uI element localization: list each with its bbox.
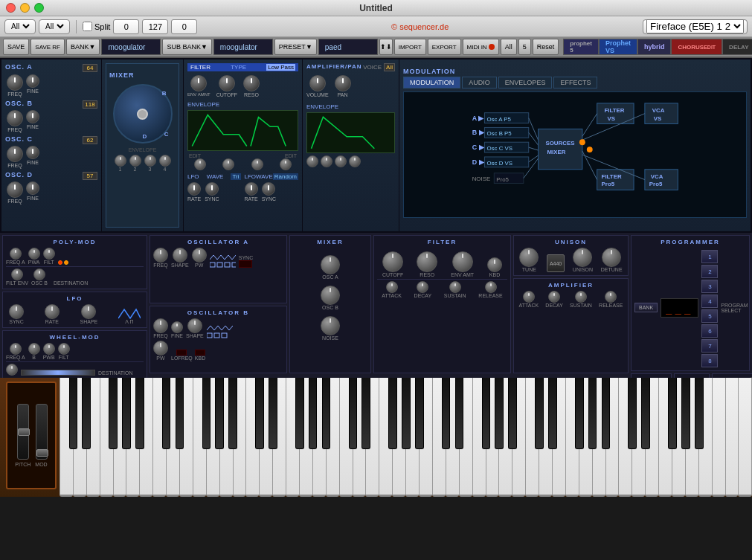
osc-a-freq-knob[interactable] xyxy=(7,74,23,91)
filter-env-amt-lower[interactable] xyxy=(452,251,473,272)
black-key[interactable] xyxy=(135,378,144,449)
prog-btn-5[interactable]: 5 xyxy=(701,309,718,323)
aenv-k4[interactable] xyxy=(349,155,361,167)
mixer-k3[interactable] xyxy=(144,155,156,167)
osc-b-lofreq-btn[interactable] xyxy=(176,350,187,355)
preset-right-dropdown[interactable]: All xyxy=(42,22,66,31)
mixer-osc-a-knob[interactable] xyxy=(321,255,340,274)
detune-knob[interactable] xyxy=(602,248,621,267)
filter-kbd-lower[interactable] xyxy=(487,257,502,272)
fenv-k3[interactable] xyxy=(251,158,263,170)
wheel-slider[interactable] xyxy=(21,370,95,376)
filter-cutoff-knob[interactable] xyxy=(219,75,235,91)
save-rf-button[interactable]: SAVE RF xyxy=(30,39,65,55)
black-key[interactable] xyxy=(215,378,224,449)
bank-button[interactable]: BANK ▼ xyxy=(66,39,100,55)
filter-cutoff-lower[interactable] xyxy=(382,251,403,272)
mixer-osc-b-knob[interactable] xyxy=(321,286,340,305)
wheel-filt-knob[interactable] xyxy=(58,343,70,355)
filter-reso-lower[interactable] xyxy=(417,251,437,272)
maximize-button[interactable] xyxy=(34,3,44,13)
mod-tab-audio[interactable]: AUDIO xyxy=(462,77,497,88)
preset-button[interactable]: PRESET ▼ xyxy=(274,39,317,55)
fenv-k1[interactable] xyxy=(194,158,206,170)
poly-pwa-knob[interactable] xyxy=(28,248,40,260)
mod-slider-thumb[interactable] xyxy=(36,449,48,457)
mixer-k4[interactable] xyxy=(159,155,171,167)
osc-a-lower-freq[interactable] xyxy=(153,248,168,263)
mod-tab-modulation[interactable]: MODULATION xyxy=(403,77,460,88)
osc-a-fine-knob[interactable] xyxy=(26,74,39,88)
osc-b-lower-pw[interactable] xyxy=(153,341,168,355)
white-key[interactable] xyxy=(725,378,739,497)
mixer-k2[interactable] xyxy=(129,155,141,167)
tab-prophet5[interactable]: prophet 5 xyxy=(563,39,599,55)
bank-button-lower[interactable]: BANK xyxy=(634,303,658,312)
filter-decay-lower[interactable] xyxy=(417,281,428,293)
split-control[interactable]: Split xyxy=(83,22,110,31)
wheel-pwb-knob[interactable] xyxy=(43,343,55,355)
preset-right-select[interactable]: All xyxy=(39,19,70,34)
osc-c-fine-knob[interactable] xyxy=(26,146,39,159)
black-key[interactable] xyxy=(681,378,690,449)
wheel-lfo-noise-knob[interactable] xyxy=(6,364,18,376)
amp-release-lower[interactable] xyxy=(605,291,617,303)
black-key[interactable] xyxy=(641,378,650,449)
mod-slider[interactable] xyxy=(36,404,48,460)
midi-in-button[interactable]: MIDI IN xyxy=(463,39,499,55)
black-key[interactable] xyxy=(695,378,704,449)
preset-left-dropdown[interactable]: All xyxy=(8,22,32,31)
a440-button[interactable]: A440 xyxy=(547,254,565,272)
osc-d-freq-knob[interactable] xyxy=(7,181,23,198)
white-key[interactable] xyxy=(712,378,725,497)
save-button[interactable]: SAVE xyxy=(3,39,29,55)
black-key[interactable] xyxy=(202,378,211,449)
black-key[interactable] xyxy=(628,378,637,449)
osc-b-freq-knob[interactable] xyxy=(7,110,23,126)
osc-d-fine-knob[interactable] xyxy=(26,181,39,195)
split-checkbox[interactable] xyxy=(83,22,92,31)
prog-btn-2[interactable]: 2 xyxy=(701,265,718,278)
lfo-sync-knob[interactable] xyxy=(9,304,24,319)
osc-c-freq-knob[interactable] xyxy=(7,146,23,162)
osc-a-lower-pw[interactable] xyxy=(192,248,207,263)
black-key[interactable] xyxy=(69,378,78,449)
device-select[interactable]: Fireface (E5E) 1 2 xyxy=(643,19,748,34)
black-key[interactable] xyxy=(228,378,237,449)
osc-a-lower-shape[interactable] xyxy=(173,248,187,263)
filter-reso-knob[interactable] xyxy=(243,75,260,91)
unison-knob[interactable] xyxy=(573,248,592,267)
lfo2-rate-knob[interactable] xyxy=(245,182,258,196)
prog-btn-3[interactable]: 3 xyxy=(701,280,718,293)
black-key[interactable] xyxy=(482,378,491,449)
black-key[interactable] xyxy=(255,378,264,449)
export-button[interactable]: EXPORT xyxy=(428,39,461,55)
aenv-k3[interactable] xyxy=(335,155,347,167)
black-key[interactable] xyxy=(402,378,411,449)
osc-a-sync-btn[interactable] xyxy=(239,260,252,268)
black-key[interactable] xyxy=(109,378,118,449)
fenv-k2[interactable] xyxy=(222,158,234,170)
num5-button[interactable]: 5 xyxy=(518,39,531,55)
black-key[interactable] xyxy=(82,378,91,449)
poly-osc-b-knob[interactable] xyxy=(33,268,45,280)
black-key[interactable] xyxy=(295,378,304,449)
osc-b-lower-fine[interactable] xyxy=(171,321,183,333)
aenv-k2[interactable] xyxy=(321,155,332,167)
lfo1-rate-knob[interactable] xyxy=(187,182,201,196)
black-key[interactable] xyxy=(535,378,544,449)
aenv-k1[interactable] xyxy=(306,155,318,167)
tab-prophet-vs[interactable]: Prophet VS xyxy=(599,39,637,55)
close-button[interactable] xyxy=(6,3,16,13)
prog-btn-6[interactable]: 6 xyxy=(701,324,718,338)
val3-input[interactable]: 0 xyxy=(171,19,197,34)
prog-btn-7[interactable]: 7 xyxy=(701,339,718,353)
black-key[interactable] xyxy=(495,378,504,449)
black-key[interactable] xyxy=(388,378,397,449)
amp-decay-lower[interactable] xyxy=(548,291,560,303)
mod-tab-effects[interactable]: EFFECTS xyxy=(553,77,597,88)
up-down-icon[interactable]: ⬆⬇ xyxy=(379,39,393,55)
tab-chorus[interactable]: CHORUSEDIT xyxy=(671,39,722,55)
mixer-noise-knob[interactable] xyxy=(321,316,340,335)
amp-sustain-lower[interactable] xyxy=(575,291,587,303)
